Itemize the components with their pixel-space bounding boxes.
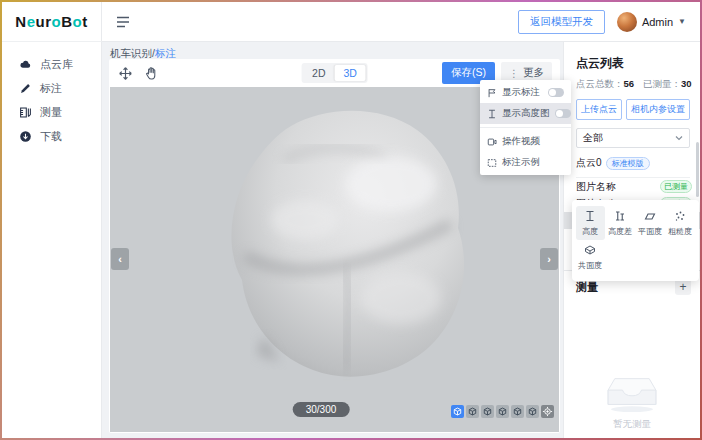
sidebar-item-label: 下载: [40, 129, 62, 144]
pen-icon: [19, 82, 32, 95]
total-value: 56: [624, 78, 635, 89]
template-name: 点云0: [576, 156, 602, 170]
header-right: 返回模型开发 Admin ▼: [518, 10, 700, 34]
camera-intrinsics-button[interactable]: 相机内参设置: [626, 99, 690, 120]
empty-state: 暂无测量: [564, 371, 700, 431]
cloud-icon: [19, 58, 32, 71]
panel-stats: 点云总数：56 已测量：30: [576, 78, 690, 91]
breadcrumb-current: 标注: [155, 47, 176, 59]
planes-icon: [584, 244, 596, 256]
menu-item-operation-video[interactable]: 操作视频: [480, 131, 571, 152]
logo-part: B: [61, 13, 72, 30]
filter-select[interactable]: 全部: [576, 128, 690, 148]
mode-2d-button[interactable]: 2D: [303, 65, 334, 81]
view-top-button[interactable]: [526, 405, 539, 418]
view-reset-target-button[interactable]: [541, 405, 554, 418]
filter-selected-value: 全部: [583, 131, 603, 145]
more-label: 更多: [523, 66, 544, 80]
view-back-button[interactable]: [481, 405, 494, 418]
logo-part: t: [82, 13, 88, 30]
dots-icon: [674, 210, 686, 222]
panel-title: 点云列表: [576, 55, 690, 72]
image-name: 图片名称: [576, 180, 616, 194]
panel-buttons: 上传点云 相机内参设置: [576, 99, 690, 120]
user-menu[interactable]: Admin ▼: [617, 12, 686, 32]
prev-image-arrow[interactable]: ‹: [111, 248, 129, 270]
tool-label: 高度: [576, 226, 605, 237]
view-orientation-bar: [451, 405, 554, 418]
video-icon: [487, 137, 497, 147]
dimension-toggle: 2D 3D: [301, 63, 368, 83]
view-iso-button[interactable]: [451, 405, 464, 418]
logo-part: e: [27, 13, 36, 30]
menu-item-show-heightmap[interactable]: 显示高度图: [480, 103, 571, 124]
tooth-3d-model: [195, 97, 495, 399]
total-label: 点云总数：: [576, 78, 624, 89]
logo-part: ur: [36, 13, 52, 30]
example-frame-icon: [487, 158, 497, 168]
total-stat: 点云总数：56: [576, 78, 634, 91]
pan-hand-icon[interactable]: [143, 65, 160, 82]
logo-part: o: [73, 13, 83, 30]
download-icon: [19, 130, 32, 143]
tool-label: 粗糙度: [666, 226, 695, 237]
tool-label: 共面度: [576, 260, 605, 271]
sidebar-item-measure[interactable]: 测量: [2, 100, 101, 124]
sidebar-item-download[interactable]: 下载: [2, 124, 101, 148]
tool-height[interactable]: 高度: [576, 206, 605, 240]
menu-item-label: 标注示例: [502, 156, 564, 169]
sidebar-collapse-icon[interactable]: [115, 14, 131, 30]
menu-item-annotation-example[interactable]: 标注示例: [480, 152, 571, 173]
sidebar-item-pointcloud-library[interactable]: 点云库: [2, 52, 101, 76]
back-to-model-dev-button[interactable]: 返回模型开发: [518, 10, 605, 34]
parallelogram-icon: [644, 210, 656, 222]
measured-badge: 已测量: [660, 180, 692, 193]
menu-divider: [480, 127, 571, 128]
panel-scrollbar[interactable]: [696, 142, 699, 197]
tool-flatness[interactable]: 平面度: [636, 206, 665, 240]
move-tool-icon[interactable]: [117, 65, 134, 82]
template-pointcloud-row[interactable]: 点云0 标准模版: [576, 156, 690, 178]
breadcrumb-parent[interactable]: 机车识别: [110, 47, 152, 59]
window-frame: NeuroBot 返回模型开发 Admin ▼ 点云库 标注 测量: [0, 0, 702, 440]
logo-block: NeuroBot: [2, 2, 102, 42]
mode-3d-button[interactable]: 3D: [335, 65, 366, 81]
sidebar-item-label: 点云库: [40, 57, 73, 72]
tool-roughness[interactable]: 粗糙度: [666, 206, 695, 240]
view-front-button[interactable]: [466, 405, 479, 418]
height-ibeam-icon: [584, 210, 596, 222]
frame-counter: 30/300: [293, 402, 350, 417]
height-ibeam-icon: [487, 109, 497, 119]
sidebar-item-label: 测量: [40, 105, 62, 120]
neurobot-logo: NeuroBot: [15, 13, 87, 30]
caret-down-icon: ▼: [678, 17, 686, 26]
avatar: [617, 12, 637, 32]
logo-part: o: [52, 13, 62, 30]
menu-item-show-annotation[interactable]: 显示标注: [480, 82, 571, 103]
sidebar-item-annotate[interactable]: 标注: [2, 76, 101, 100]
view-left-button[interactable]: [496, 405, 509, 418]
chevron-down-icon: [675, 134, 683, 142]
image-list-item[interactable]: 图片名称 已测量: [564, 178, 700, 195]
measure-icon: [19, 106, 32, 119]
menu-item-label: 显示高度图: [502, 107, 550, 120]
tool-label: 平面度: [636, 226, 665, 237]
menu-item-label: 操作视频: [502, 135, 564, 148]
vertical-dots-icon: ⋮: [509, 68, 519, 79]
tool-height-difference[interactable]: 高度差: [606, 206, 635, 240]
show-annotation-toggle[interactable]: [548, 88, 564, 97]
logo-part: N: [15, 13, 26, 30]
measured-value: 30: [681, 78, 692, 89]
view-right-button[interactable]: [511, 405, 524, 418]
sidebar-item-label: 标注: [40, 81, 62, 96]
empty-text: 暂无测量: [564, 418, 700, 431]
next-image-arrow[interactable]: ›: [540, 248, 558, 270]
tool-label: 高度差: [606, 226, 635, 237]
measured-stat: 已测量：30: [643, 78, 692, 91]
user-name: Admin: [642, 16, 673, 28]
upload-pointcloud-button[interactable]: 上传点云: [576, 99, 622, 120]
app-root: NeuroBot 返回模型开发 Admin ▼ 点云库 标注 测量: [2, 2, 700, 438]
add-measure-button[interactable]: +: [675, 279, 691, 295]
tool-coplanarity[interactable]: 共面度: [576, 240, 605, 274]
show-heightmap-toggle[interactable]: [555, 109, 571, 118]
